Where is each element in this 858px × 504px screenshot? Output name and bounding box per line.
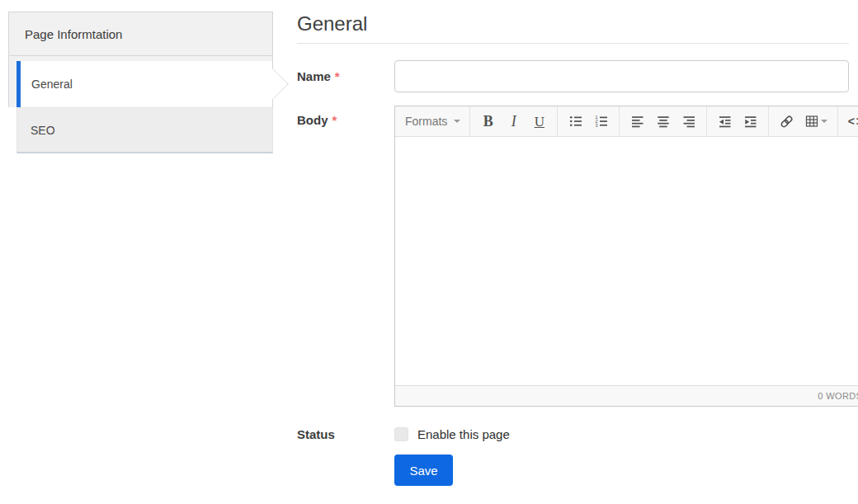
save-row: Save [297, 455, 849, 486]
bullet-list-button[interactable] [563, 111, 588, 133]
table-button[interactable] [799, 111, 832, 133]
body-label: Body* [297, 106, 394, 127]
required-marker: * [332, 113, 337, 127]
active-tab-arrow [256, 68, 289, 101]
sidebar-header: Page Informtation [8, 12, 273, 56]
enable-page-checkbox-label[interactable]: Enable this page [417, 427, 510, 441]
sidebar-nav: General [8, 56, 273, 107]
outdent-button[interactable] [712, 111, 738, 133]
enable-page-checkbox[interactable] [394, 427, 408, 441]
align-center-button[interactable] [650, 111, 676, 133]
source-code-button[interactable]: <> [843, 111, 858, 133]
toolbar-group-lists: 1 2 3 [557, 106, 619, 136]
sidebar-item-general[interactable]: General [16, 61, 272, 107]
bold-button[interactable]: B [475, 111, 501, 133]
code-icon: <> [848, 115, 858, 127]
sidebar-title: Page Informtation [25, 27, 122, 41]
save-row-spacer [297, 455, 394, 486]
indent-button[interactable] [738, 111, 763, 133]
title-divider [297, 43, 849, 44]
toolbar-group-formats: Formats [396, 106, 469, 136]
word-count: 0 WORDS [818, 391, 858, 401]
editor-toolbar: Formats B I U [395, 106, 858, 137]
toolbar-group-text-style: B I U [469, 106, 557, 136]
toolbar-group-insert [768, 106, 837, 136]
numbered-list-button[interactable]: 1 2 3 [588, 111, 614, 133]
sidebar-item-seo[interactable]: SEO [16, 107, 273, 153]
align-right-button[interactable] [676, 111, 701, 133]
name-label: Name* [297, 69, 394, 83]
toolbar-group-code: <> [837, 106, 858, 136]
page-title: General [297, 12, 849, 35]
main-content: General Name* Body* Formats B I [297, 0, 849, 486]
align-right-icon [682, 115, 695, 128]
link-icon [780, 115, 794, 129]
required-marker: * [335, 69, 340, 83]
sidebar-item-label: SEO [31, 124, 55, 137]
sidebar: Page Informtation General SEO [8, 12, 273, 153]
indent-icon [744, 115, 757, 128]
body-row: Body* Formats B I U [297, 106, 849, 407]
status-field: Enable this page [394, 427, 510, 441]
align-center-icon [657, 115, 670, 128]
name-row: Name* [297, 60, 849, 92]
status-label: Status [297, 427, 394, 441]
bullet-list-icon [569, 115, 582, 128]
editor-status-bar: 0 WORDS [395, 385, 858, 406]
name-input[interactable] [394, 60, 849, 92]
chevron-down-icon [454, 120, 460, 123]
toolbar-group-align [619, 106, 706, 136]
table-icon [805, 115, 818, 128]
align-left-button[interactable] [625, 111, 650, 133]
sidebar-item-label: General [31, 78, 73, 91]
editor-content-area[interactable] [395, 137, 858, 385]
save-button[interactable]: Save [394, 455, 453, 486]
numbered-list-icon: 1 2 3 [595, 115, 608, 128]
link-button[interactable] [774, 111, 799, 133]
rich-text-editor: Formats B I U [394, 106, 858, 407]
svg-text:3: 3 [595, 123, 597, 128]
align-left-icon [631, 115, 644, 128]
chevron-down-icon [821, 120, 827, 123]
formats-dropdown[interactable]: Formats [401, 111, 464, 133]
italic-button[interactable]: I [501, 111, 526, 133]
underline-button[interactable]: U [526, 111, 552, 133]
outdent-icon [719, 115, 732, 128]
toolbar-group-indent [706, 106, 768, 136]
status-row: Status Enable this page [297, 427, 849, 441]
